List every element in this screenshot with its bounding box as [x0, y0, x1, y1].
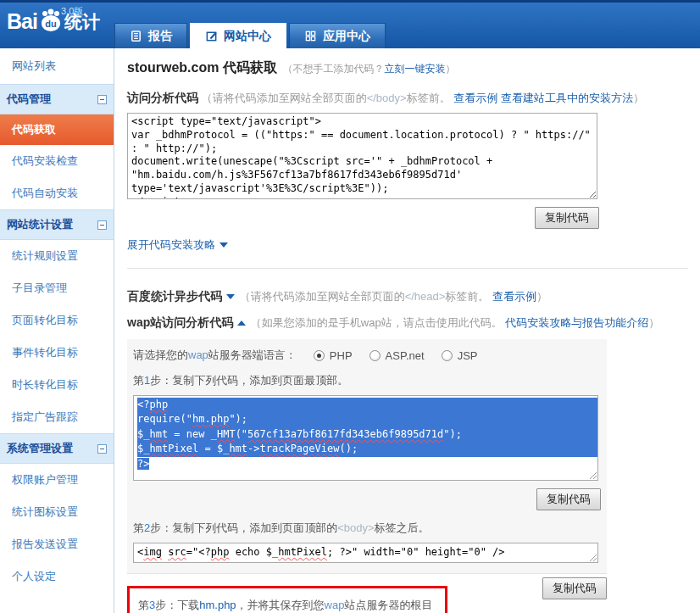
one-click-install-link[interactable]: 立刻一键安装 [384, 63, 445, 75]
view-example-link[interactable]: 查看示例 [453, 92, 497, 104]
page-title-label: 代码获取 [223, 60, 277, 75]
view-example-link-2[interactable]: 查看示例 [492, 290, 536, 303]
async-code-title: 百度统计异步代码 [127, 289, 222, 303]
site-domain: stourweb.com [127, 60, 219, 75]
radio-aspnet[interactable] [369, 350, 381, 361]
sidebar-item-event-conversion[interactable]: 事件转化目标 [0, 337, 114, 369]
sidebar-item-permission-account[interactable]: 权限账户管理 [0, 464, 114, 496]
radio-php-label[interactable]: PHP [330, 349, 353, 362]
chevron-up-icon[interactable] [237, 320, 246, 326]
copy-code-button-1[interactable]: 复制代码 [535, 207, 599, 229]
section-divider [127, 268, 688, 269]
copy-code-button-3[interactable]: 复制代码 [542, 577, 607, 599]
wap-code-section-header: wap站访问分析代码 （如果您添加的是手机wap站，请点击使用此代码。 代码安装… [127, 315, 688, 331]
sidebar-section-code-management[interactable]: 代码管理 [0, 84, 114, 114]
body-tag-text: <body> [337, 521, 374, 534]
sidebar-item-stats-rules[interactable]: 统计规则设置 [0, 240, 114, 272]
step2-text: 第2步：复制下列代码，添加到页面顶部的<body>标签之后。 [133, 521, 600, 536]
collapse-minus-icon[interactable] [97, 444, 107, 454]
language-label: 请选择您的wap站服务器端语言： [133, 348, 297, 363]
sidebar-item-ad-tracking[interactable]: 指定广告跟踪 [0, 401, 114, 433]
page-title: stourweb.com 代码获取 （不想手工添加代码？立刻一键安装） [127, 59, 688, 77]
wap-install-guide-link[interactable]: 代码安装攻略与报告功能介绍 [505, 316, 648, 329]
php-code-box[interactable]: <?phprequire("hm.php");$_hmt = new _HMT(… [133, 395, 598, 481]
hint-text: （不想手工添加代码？ [282, 63, 384, 75]
paw-icon: du [38, 8, 64, 36]
sidebar: 网站列表 代码管理 代码获取 代码安装检查 代码自动安装 网站统计设置 统计规则… [0, 48, 114, 613]
wap-code-title: wap站访问分析代码 [127, 315, 233, 329]
desc-text: （如果您添加的是手机wap站，请点击使用此代码。 [251, 316, 503, 329]
radio-aspnet-label[interactable]: ASP.net [386, 349, 425, 362]
desc-text: 标签前。 [445, 290, 489, 303]
sidebar-item-page-conversion[interactable]: 页面转化目标 [0, 304, 114, 337]
main-content: stourweb.com 代码获取 （不想手工添加代码？立刻一键安装） 访问分析… [114, 48, 700, 613]
tracking-code-textarea[interactable]: <script type="text/javascript"> var _bdh… [127, 113, 597, 199]
server-language-row: 请选择您的wap站服务器端语言： PHP ASP.net JSP [133, 348, 600, 363]
sidebar-item-personal-settings[interactable]: 个人设定 [0, 560, 114, 593]
sidebar-item-stats-icon-settings[interactable]: 统计图标设置 [0, 496, 114, 528]
logo-version: 3.0版 [61, 5, 83, 18]
step3-wap-text: wap [325, 599, 345, 611]
sidebar-section-title: 网站统计设置 [7, 217, 73, 232]
desc-close: ） [633, 92, 644, 104]
tab-report-label: 报告 [148, 29, 172, 44]
collapse-minus-icon[interactable] [97, 220, 107, 230]
sidebar-item-report-send-settings[interactable]: 报告发送设置 [0, 528, 114, 560]
wap-code-panel: 请选择您的wap站服务器端语言： PHP ASP.net JSP 第1步：复制下… [127, 339, 607, 574]
tab-site-center[interactable]: 网站中心 [190, 23, 286, 48]
step3-text: ，并将其保存到您 [236, 599, 325, 611]
tab-app-center-label: 应用中心 [323, 29, 370, 44]
main-nav-tabs: 报告 网站中心 应用中心 [114, 23, 386, 48]
radio-jsp[interactable] [442, 350, 453, 361]
report-icon [130, 30, 142, 42]
sidebar-item-duration-conversion[interactable]: 时长转化目标 [0, 369, 114, 401]
baidu-tongji-logo[interactable]: Bai du 统计 3.0版 [7, 8, 100, 34]
step1-text: 第1步：复制下列代码，添加到页面最顶部。 [133, 373, 600, 388]
resize-grip-icon[interactable] [588, 471, 597, 479]
tab-app-center[interactable]: 应用中心 [289, 23, 386, 48]
edit-square-icon [205, 30, 218, 42]
hint-close: ） [445, 63, 455, 75]
sidebar-item-code-auto-install[interactable]: 代码自动安装 [0, 177, 114, 209]
body-tag-text: </body> [367, 92, 407, 104]
visit-code-section-header: 访问分析代码 （请将代码添加至网站全部页面的</body>标签前。 查看示例 查… [127, 91, 688, 106]
step3-highlight-box: 第3步：下载hm.php，并将其保存到您wap站点服务器的根目录下（"/"）。 [127, 586, 447, 613]
app-header: Bai du 统计 3.0版 报告 网站中心 应 [0, 0, 700, 48]
logo-text-bai: Bai [7, 8, 37, 34]
head-tag-text: </head> [405, 290, 446, 303]
desc-text: （请将代码添加至网站全部页面的 [202, 92, 367, 104]
sidebar-section-site-stats-settings[interactable]: 网站统计设置 [0, 209, 114, 240]
tab-site-center-label: 网站中心 [224, 29, 271, 44]
svg-text:du: du [45, 19, 56, 29]
chevron-down-icon[interactable] [226, 294, 235, 299]
view-builder-install-link[interactable]: 查看建站工具中的安装方法 [501, 92, 633, 104]
visit-code-title: 访问分析代码 [127, 91, 198, 104]
radio-php[interactable] [314, 350, 325, 361]
sidebar-item-code-get[interactable]: 代码获取 [0, 114, 114, 145]
sidebar-section-title: 系统管理设置 [7, 441, 73, 456]
desc-text: （请将代码添加至网站全部页面的 [240, 290, 405, 303]
resize-grip-icon[interactable] [588, 553, 597, 561]
radio-jsp-label[interactable]: JSP [458, 349, 478, 362]
copy-code-button-2[interactable]: 复制代码 [536, 488, 601, 510]
collapse-minus-icon[interactable] [97, 95, 107, 104]
step3-text: 第3步：下载 [138, 599, 199, 611]
tab-report[interactable]: 报告 [114, 23, 187, 48]
img-pixel-code-box[interactable]: <img src="<?php echo $_hmtPixel; ?>" wid… [133, 543, 598, 563]
async-code-section-header: 百度统计异步代码 （请将代码添加至网站全部页面的</head>标签前。 查看示例… [127, 289, 688, 304]
sidebar-section-system-settings[interactable]: 系统管理设置 [0, 433, 114, 464]
sidebar-item-subdirectory[interactable]: 子目录管理 [0, 272, 114, 304]
desc-close: ） [536, 290, 547, 303]
expand-install-guide-link[interactable]: 展开代码安装攻略 [127, 238, 215, 251]
sidebar-section-title: 代码管理 [7, 92, 51, 107]
desc-text: 标签前。 [407, 92, 451, 104]
chevron-down-icon[interactable] [219, 242, 228, 248]
apps-grid-icon [304, 30, 317, 42]
desc-close: ） [648, 316, 659, 329]
hm-php-download-link[interactable]: hm.php [199, 599, 236, 611]
sidebar-item-website-list[interactable]: 网站列表 [0, 48, 114, 84]
sidebar-item-code-install-check[interactable]: 代码安装检查 [0, 145, 114, 177]
